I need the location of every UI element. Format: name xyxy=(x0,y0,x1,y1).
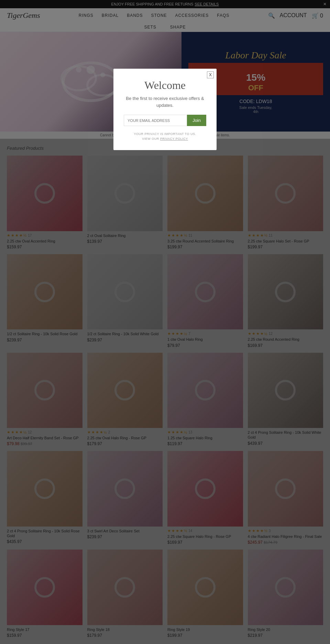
privacy-policy-link[interactable]: PRIVACY POLICY xyxy=(160,137,188,140)
modal-subtitle: Be the first to receive exclusive offers… xyxy=(124,95,206,109)
modal-privacy: YOUR PRIVACY IS IMPORTANT TO US. VIEW OU… xyxy=(124,132,206,142)
modal-form: Join xyxy=(124,115,206,126)
modal-overlay: X Welcome Be the first to receive exclus… xyxy=(0,0,330,644)
email-input[interactable] xyxy=(124,115,187,126)
modal-title: Welcome xyxy=(124,79,206,92)
join-button[interactable]: Join xyxy=(187,115,206,126)
modal-close-button[interactable]: X xyxy=(207,71,214,78)
email-modal: X Welcome Be the first to receive exclus… xyxy=(113,69,217,150)
